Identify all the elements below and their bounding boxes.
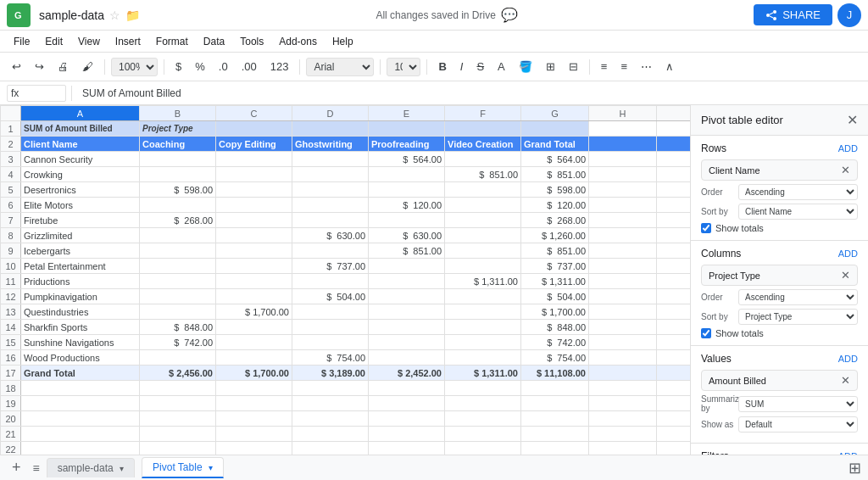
values-showas-select[interactable]: Default bbox=[738, 416, 858, 433]
rows-field-remove[interactable]: ✕ bbox=[841, 164, 850, 176]
new-sheet-button[interactable]: ⊞ bbox=[849, 459, 861, 477]
values-add-button[interactable]: ADD bbox=[838, 354, 858, 364]
cell-A9[interactable]: Icebergarts bbox=[21, 243, 140, 259]
cell-A2[interactable]: Client Name bbox=[21, 137, 140, 152]
menu-tools[interactable]: Tools bbox=[233, 34, 270, 49]
menu-format[interactable]: Format bbox=[149, 34, 195, 49]
sheet-scroll[interactable]: A B C D E F G H I J 1 bbox=[0, 105, 690, 455]
rows-show-totals-checkbox[interactable] bbox=[701, 223, 711, 233]
col-header-D[interactable]: D bbox=[292, 106, 369, 121]
zoom-selector[interactable]: 100% bbox=[111, 58, 158, 76]
add-sheet-button[interactable]: + bbox=[7, 457, 26, 478]
columns-sortby-select[interactable]: Project Type bbox=[738, 309, 858, 325]
col-header-H[interactable]: H bbox=[589, 106, 657, 121]
format-number-button[interactable]: 123 bbox=[265, 58, 294, 75]
cell-E1[interactable] bbox=[369, 121, 445, 137]
folder-icon[interactable]: 📁 bbox=[125, 8, 140, 22]
more-tools-button[interactable]: ⋯ bbox=[636, 58, 657, 75]
currency-button[interactable]: $ bbox=[170, 58, 186, 75]
menu-addons[interactable]: Add-ons bbox=[272, 34, 324, 49]
cell-H2[interactable] bbox=[589, 137, 657, 152]
rows-add-button[interactable]: ADD bbox=[838, 143, 858, 153]
cell-A11[interactable]: Priductions bbox=[21, 274, 140, 289]
cell-D1[interactable] bbox=[292, 121, 369, 137]
cell-A8[interactable]: Grizzlimited bbox=[21, 228, 140, 243]
text-color-button[interactable]: A bbox=[492, 58, 510, 75]
col-header-B[interactable]: B bbox=[140, 106, 216, 121]
col-header-I[interactable]: I bbox=[657, 106, 691, 121]
cell-A5[interactable]: Desertronics bbox=[21, 182, 140, 198]
italic-button[interactable]: I bbox=[455, 58, 469, 75]
columns-order-select[interactable]: Ascending Descending bbox=[738, 289, 858, 305]
sheet-tab-pivot-table[interactable]: Pivot Table ▾ bbox=[142, 457, 224, 478]
cell-A12[interactable]: Pumpkinavigation bbox=[21, 289, 140, 304]
cell-A7[interactable]: Firetube bbox=[21, 213, 140, 228]
cell-B1[interactable]: Project Type bbox=[140, 121, 216, 137]
cell-H1[interactable] bbox=[589, 121, 657, 137]
doc-title[interactable]: sample-data bbox=[39, 8, 104, 22]
cell-I1[interactable] bbox=[657, 121, 691, 137]
print-button[interactable]: 🖨 bbox=[53, 58, 74, 75]
cell-C1[interactable] bbox=[216, 121, 292, 137]
cell-A13[interactable]: Questindustries bbox=[21, 304, 140, 320]
decrease-decimal-button[interactable]: .0 bbox=[214, 58, 233, 75]
avatar[interactable]: J bbox=[837, 3, 861, 27]
menu-view[interactable]: View bbox=[71, 34, 107, 49]
menu-help[interactable]: Help bbox=[326, 34, 360, 49]
cell-A10[interactable]: Petal Entertainment bbox=[21, 259, 140, 274]
collapse-toolbar-button[interactable]: ∧ bbox=[660, 58, 679, 75]
col-header-F[interactable]: F bbox=[445, 106, 521, 121]
font-selector[interactable]: Arial bbox=[306, 58, 374, 76]
cell-F2[interactable]: Video Creation bbox=[445, 137, 521, 152]
filters-add-button[interactable]: ADD bbox=[838, 451, 858, 455]
spreadsheet-area[interactable]: A B C D E F G H I J 1 bbox=[0, 105, 690, 455]
cell-reference[interactable]: fx bbox=[7, 85, 66, 102]
cell-A14[interactable]: Sharkfin Sports bbox=[21, 320, 140, 335]
cell-A17[interactable]: Grand Total bbox=[21, 366, 140, 381]
percent-button[interactable]: % bbox=[190, 58, 210, 75]
columns-field-remove[interactable]: ✕ bbox=[841, 269, 850, 282]
strikethrough-button[interactable]: S bbox=[471, 58, 489, 75]
bold-button[interactable]: B bbox=[433, 58, 451, 75]
cell-B2[interactable]: Coaching bbox=[140, 137, 216, 152]
cell-A4[interactable]: Crowking bbox=[21, 167, 140, 182]
cell-A1[interactable]: SUM of Amount Billed bbox=[21, 121, 140, 137]
col-header-A[interactable]: A bbox=[21, 106, 140, 121]
cell-A6[interactable]: Elite Motors bbox=[21, 198, 140, 213]
borders-button[interactable]: ⊞ bbox=[541, 58, 560, 75]
share-button[interactable]: SHARE bbox=[754, 4, 832, 25]
cell-A16[interactable]: Wood Productions bbox=[21, 350, 140, 366]
cell-G2[interactable]: Grand Total bbox=[521, 137, 589, 152]
redo-button[interactable]: ↪ bbox=[30, 58, 49, 75]
col-header-C[interactable]: C bbox=[216, 106, 292, 121]
undo-button[interactable]: ↩ bbox=[7, 58, 26, 75]
cell-C2[interactable]: Copy Editing bbox=[216, 137, 292, 152]
cell-G1[interactable] bbox=[521, 121, 589, 137]
align-left-button[interactable]: ≡ bbox=[596, 58, 613, 75]
star-icon[interactable]: ☆ bbox=[109, 8, 120, 22]
rows-order-select[interactable]: Ascending Descending bbox=[738, 184, 858, 200]
cell-A3[interactable]: Cannon Security bbox=[21, 152, 140, 167]
menu-insert[interactable]: Insert bbox=[108, 34, 147, 49]
menu-data[interactable]: Data bbox=[197, 34, 231, 49]
cell-E2[interactable]: Proofreading bbox=[369, 137, 445, 152]
chat-icon[interactable]: 💬 bbox=[501, 7, 518, 23]
sheet-list-button[interactable]: ≡ bbox=[33, 461, 40, 475]
sheet-tab-sample-data[interactable]: sample-data ▾ bbox=[47, 458, 135, 477]
columns-show-totals-checkbox[interactable] bbox=[701, 328, 711, 338]
font-size-selector[interactable]: 10 bbox=[387, 58, 420, 76]
menu-edit[interactable]: Edit bbox=[38, 34, 70, 49]
rows-sortby-select[interactable]: Client Name bbox=[738, 204, 858, 220]
cell-A15[interactable]: Sunshine Navigations bbox=[21, 335, 140, 350]
values-field-remove[interactable]: ✕ bbox=[841, 374, 850, 387]
increase-decimal-button[interactable]: .00 bbox=[236, 58, 262, 75]
menu-file[interactable]: File bbox=[7, 34, 36, 49]
columns-add-button[interactable]: ADD bbox=[838, 248, 858, 259]
col-header-E[interactable]: E bbox=[369, 106, 445, 121]
cell-I2[interactable] bbox=[657, 137, 691, 152]
panel-close-button[interactable]: ✕ bbox=[847, 112, 858, 128]
values-summarize-select[interactable]: SUM COUNT AVERAGE bbox=[738, 396, 858, 412]
cell-D2[interactable]: Ghostwriting bbox=[292, 137, 369, 152]
merge-button[interactable]: ⊟ bbox=[564, 58, 583, 75]
col-header-G[interactable]: G bbox=[521, 106, 589, 121]
